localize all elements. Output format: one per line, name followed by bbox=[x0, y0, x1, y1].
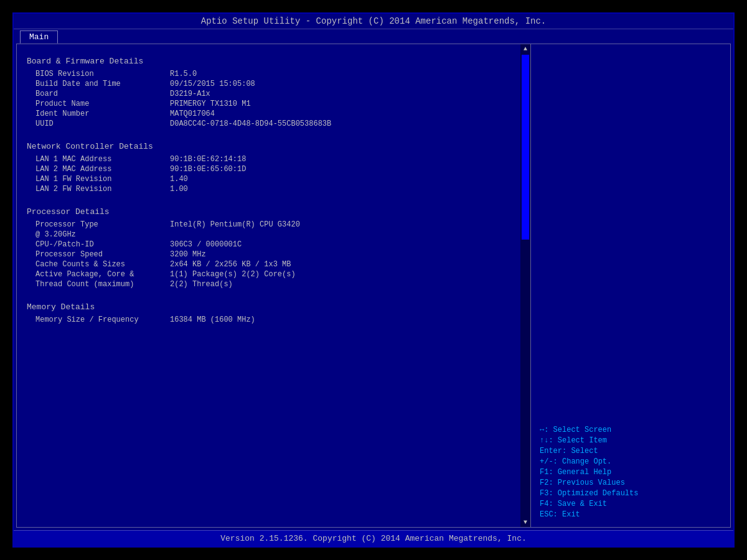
tab-row: Main bbox=[14, 29, 733, 44]
info-row: Cache Counts & Sizes 2x64 KB / 2x256 KB … bbox=[27, 260, 520, 269]
info-row: Product Name PRIMERGY TX1310 M1 bbox=[27, 100, 520, 108]
value-thread-count: 2(2) Thread(s) bbox=[170, 280, 233, 289]
label-uuid: UUID bbox=[27, 119, 170, 128]
value-processor-speed: 3200 MHz bbox=[170, 250, 206, 259]
label-ident-number: Ident Number bbox=[27, 110, 170, 118]
value-lan1-fw: 1.40 bbox=[170, 175, 188, 184]
label-build-date: Build Date and Time bbox=[27, 80, 170, 88]
help-key-arrows: ↔: bbox=[540, 426, 553, 434]
section-board-title: Board & Firmware Details bbox=[27, 57, 520, 66]
info-row: LAN 2 MAC Address 90:1B:0E:65:60:1D bbox=[27, 165, 520, 174]
value-board: D3219-A1x bbox=[170, 90, 210, 98]
help-esc: ESC: Exit bbox=[540, 510, 721, 519]
info-row: Build Date and Time 09/15/2015 15:05:08 bbox=[27, 80, 520, 88]
info-row: Memory Size / Frequency 16384 MB (1600 M… bbox=[27, 315, 520, 324]
footer-text: Version 2.15.1236. Copyright (C) 2014 Am… bbox=[220, 534, 526, 543]
help-f3: F3: Optimized Defaults bbox=[540, 489, 721, 498]
scroll-up-arrow[interactable]: ▲ bbox=[522, 44, 529, 54]
value-lan2-mac: 90:1B:0E:65:60:1D bbox=[170, 165, 246, 174]
help-key-f4: F4: bbox=[540, 500, 558, 508]
help-f2: F2: Previous Values bbox=[540, 478, 721, 487]
label-cpu-patch-id: CPU-/Patch-ID bbox=[27, 240, 170, 249]
value-product-name: PRIMERGY TX1310 M1 bbox=[170, 100, 251, 108]
main-content: Board & Firmware Details BIOS Revision R… bbox=[16, 44, 731, 528]
scroll-down-arrow[interactable]: ▼ bbox=[522, 518, 529, 527]
info-row: Processor Type Intel(R) Pentium(R) CPU G… bbox=[27, 220, 520, 229]
help-f1: F1: General Help bbox=[540, 468, 721, 477]
help-change-opt: +/-: Change Opt. bbox=[540, 457, 721, 466]
section-network-title: Network Controller Details bbox=[27, 142, 520, 151]
help-key-f2: F2: bbox=[540, 478, 558, 487]
info-row: LAN 1 MAC Address 90:1B:0E:62:14:18 bbox=[27, 155, 520, 164]
info-row: Ident Number MATQ017064 bbox=[27, 110, 520, 118]
help-key-enter: Enter: bbox=[540, 447, 571, 455]
right-panel: ↔: Select Screen ↑↓: Select Item Enter: … bbox=[531, 44, 730, 527]
value-build-date: 09/15/2015 15:05:08 bbox=[170, 80, 255, 88]
label-product-name: Product Name bbox=[27, 100, 170, 108]
help-select-item: ↑↓: Select Item bbox=[540, 436, 721, 445]
help-key-updown: ↑↓: bbox=[540, 436, 558, 445]
info-row: Thread Count (maximum) 2(2) Thread(s) bbox=[27, 280, 520, 289]
help-f4: F4: Save & Exit bbox=[540, 500, 721, 508]
label-memory-size: Memory Size / Frequency bbox=[27, 315, 170, 324]
title-text: Aptio Setup Utility - Copyright (C) 2014… bbox=[201, 16, 547, 26]
help-enter: Enter: Select bbox=[540, 447, 721, 455]
scroll-track[interactable] bbox=[522, 55, 529, 516]
label-lan2-mac: LAN 2 MAC Address bbox=[27, 165, 170, 174]
value-active-package: 1(1) Package(s) 2(2) Core(s) bbox=[170, 270, 296, 279]
footer: Version 2.15.1236. Copyright (C) 2014 Am… bbox=[14, 530, 733, 546]
info-row: BIOS Revision R1.5.0 bbox=[27, 70, 520, 78]
info-row: Active Package, Core & 1(1) Package(s) 2… bbox=[27, 270, 520, 279]
label-cache-counts: Cache Counts & Sizes bbox=[27, 260, 170, 269]
label-bios-revision: BIOS Revision bbox=[27, 70, 170, 78]
value-lan2-fw: 1.00 bbox=[170, 185, 188, 194]
value-cache-counts: 2x64 KB / 2x256 KB / 1x3 MB bbox=[170, 260, 291, 269]
value-processor-type: Intel(R) Pentium(R) CPU G3420 bbox=[170, 220, 300, 229]
value-lan1-mac: 90:1B:0E:62:14:18 bbox=[170, 155, 246, 164]
help-select-screen: ↔: Select Screen bbox=[540, 426, 721, 434]
title-bar: Aptio Setup Utility - Copyright (C) 2014… bbox=[14, 14, 733, 29]
info-row: CPU-/Patch-ID 306C3 / 0000001C bbox=[27, 240, 520, 249]
section-memory-title: Memory Details bbox=[27, 302, 520, 312]
help-key-plusminus: +/-: bbox=[540, 457, 562, 466]
value-uuid: D0A8CC4C-0718-4D48-8D94-55CB0538683B bbox=[170, 119, 331, 128]
info-row: Board D3219-A1x bbox=[27, 90, 520, 98]
scrollbar[interactable]: ▲ ▼ bbox=[520, 44, 530, 527]
help-key-esc: ESC: bbox=[540, 510, 562, 519]
label-thread-count: Thread Count (maximum) bbox=[27, 280, 170, 289]
label-active-package: Active Package, Core & bbox=[27, 270, 170, 279]
value-ident-number: MATQ017064 bbox=[170, 110, 215, 118]
label-cpu-speed: @ 3.20GHz bbox=[27, 230, 170, 239]
label-processor-type: Processor Type bbox=[27, 220, 170, 229]
label-lan1-mac: LAN 1 MAC Address bbox=[27, 155, 170, 164]
tab-main[interactable]: Main bbox=[20, 30, 58, 44]
value-cpu-patch-id: 306C3 / 0000001C bbox=[170, 240, 242, 249]
label-processor-speed: Processor Speed bbox=[27, 250, 170, 259]
label-board: Board bbox=[27, 90, 170, 98]
value-bios-revision: R1.5.0 bbox=[170, 70, 197, 78]
info-row: LAN 2 FW Revision 1.00 bbox=[27, 185, 520, 194]
info-row: LAN 1 FW Revision 1.40 bbox=[27, 175, 520, 184]
label-lan2-fw: LAN 2 FW Revision bbox=[27, 185, 170, 194]
help-section: ↔: Select Screen ↑↓: Select Item Enter: … bbox=[540, 426, 721, 521]
help-key-f3: F3: bbox=[540, 489, 558, 498]
info-row: UUID D0A8CC4C-0718-4D48-8D94-55CB0538683… bbox=[27, 119, 520, 128]
info-row: Processor Speed 3200 MHz bbox=[27, 250, 520, 259]
bios-screen: Aptio Setup Utility - Copyright (C) 2014… bbox=[12, 12, 735, 548]
scroll-thumb[interactable] bbox=[522, 55, 529, 240]
section-processor-title: Processor Details bbox=[27, 207, 520, 217]
help-key-f1: F1: bbox=[540, 468, 558, 477]
label-lan1-fw: LAN 1 FW Revision bbox=[27, 175, 170, 184]
left-panel: Board & Firmware Details BIOS Revision R… bbox=[17, 44, 531, 527]
info-row: @ 3.20GHz bbox=[27, 230, 520, 239]
value-memory-size: 16384 MB (1600 MHz) bbox=[170, 315, 255, 324]
